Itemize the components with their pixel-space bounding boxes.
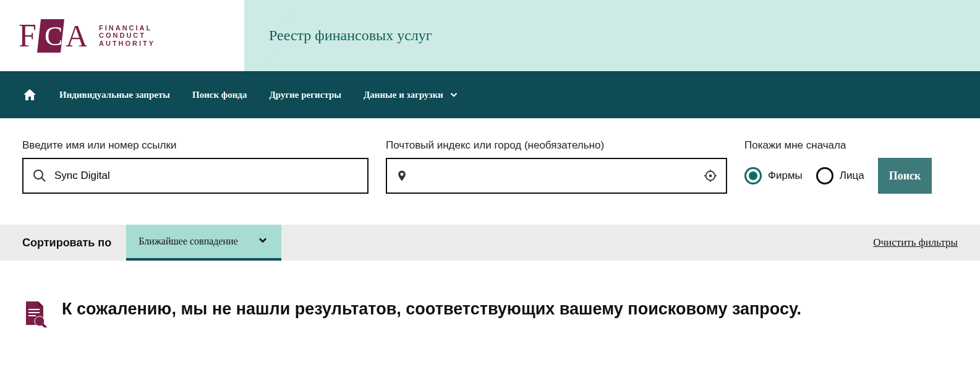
svg-rect-12 <box>28 309 40 310</box>
radio-icon-unselected <box>816 167 833 184</box>
title-area: Реестр финансовых услуг <box>244 0 980 71</box>
radio-individuals-label: Лица <box>840 170 864 182</box>
svg-rect-14 <box>28 315 36 316</box>
logo-line-3: AUTHORITY <box>99 40 155 48</box>
radio-firms[interactable]: Фирмы <box>744 167 803 184</box>
logo-line-1: FINANCIAL <box>99 24 155 32</box>
site-title: Реестр финансовых услуг <box>269 27 432 44</box>
search-button[interactable]: Поиск <box>878 158 932 194</box>
radio-group: Фирмы Лица Поиск <box>744 158 932 194</box>
location-field-group: Почтовый индекс или город (необязательно… <box>386 139 727 194</box>
chevron-down-icon <box>257 234 269 249</box>
show-first-label: Покажи мне сначала <box>744 139 932 152</box>
nav-label: Данные и загрузки <box>364 90 443 100</box>
sort-bar: Сортировать по Ближайшее совпадение Очис… <box>0 225 980 261</box>
location-input-wrap[interactable] <box>386 158 727 194</box>
nav-item-other-registers[interactable]: Другие регистры <box>269 90 341 100</box>
sort-selected-value: Ближайшее совпадение <box>138 236 238 247</box>
no-results-message: К сожалению, мы не нашли результатов, со… <box>62 298 801 320</box>
nav-item-fund-search[interactable]: Поиск фонда <box>192 90 247 100</box>
document-search-icon <box>22 300 47 330</box>
name-field-label: Введите имя или номер ссылки <box>22 139 369 152</box>
nav-label: Индивидуальные запреты <box>59 90 170 100</box>
home-icon[interactable] <box>22 87 37 102</box>
svg-point-4 <box>34 170 43 179</box>
svg-line-17 <box>43 324 46 327</box>
radio-firms-label: Фирмы <box>768 170 803 182</box>
name-field-group: Введите имя или номер ссылки <box>22 139 369 194</box>
search-form: Введите имя или номер ссылки Почтовый ин… <box>0 118 980 200</box>
nav-label: Другие регистры <box>269 90 341 100</box>
page-header: F C A FINANCIAL CONDUCT AUTHORITY Реестр… <box>0 0 980 71</box>
clear-filters-link[interactable]: Очистить фильтры <box>873 236 958 249</box>
name-input[interactable] <box>54 170 359 182</box>
location-pin-icon <box>396 168 408 183</box>
radio-icon-selected <box>744 167 762 184</box>
main-nav: Индивидуальные запреты Поиск фонда Други… <box>0 71 980 118</box>
svg-text:A: A <box>66 19 87 53</box>
fca-logo[interactable]: F C A FINANCIAL CONDUCT AUTHORITY <box>19 18 155 54</box>
svg-line-5 <box>41 178 45 181</box>
svg-text:F: F <box>19 18 36 53</box>
no-results-panel: К сожалению, мы не нашли результатов, со… <box>0 261 980 342</box>
locate-me-icon[interactable] <box>704 169 717 183</box>
chevron-down-icon <box>448 89 459 100</box>
show-first-group: Покажи мне сначала Фирмы Лица Поиск <box>744 139 932 194</box>
sort-select[interactable]: Ближайшее совпадение <box>126 225 281 261</box>
fca-logo-mark-icon: F C A <box>19 18 87 54</box>
radio-individuals[interactable]: Лица <box>816 167 864 184</box>
location-input[interactable] <box>415 170 696 182</box>
logo-text: FINANCIAL CONDUCT AUTHORITY <box>99 24 155 48</box>
name-input-wrap[interactable] <box>22 158 369 194</box>
logo-line-2: CONDUCT <box>99 32 155 40</box>
svg-rect-13 <box>28 312 40 313</box>
sort-by-label: Сортировать по <box>22 236 111 249</box>
location-field-label: Почтовый индекс или город (необязательно… <box>386 139 727 152</box>
svg-point-7 <box>710 175 712 177</box>
svg-text:C: C <box>45 21 62 51</box>
nav-label: Поиск фонда <box>192 90 247 100</box>
search-icon <box>32 168 47 183</box>
nav-item-data-downloads[interactable]: Данные и загрузки <box>364 89 459 100</box>
nav-item-prohibitions[interactable]: Индивидуальные запреты <box>59 90 170 100</box>
logo-area: F C A FINANCIAL CONDUCT AUTHORITY <box>0 0 244 71</box>
